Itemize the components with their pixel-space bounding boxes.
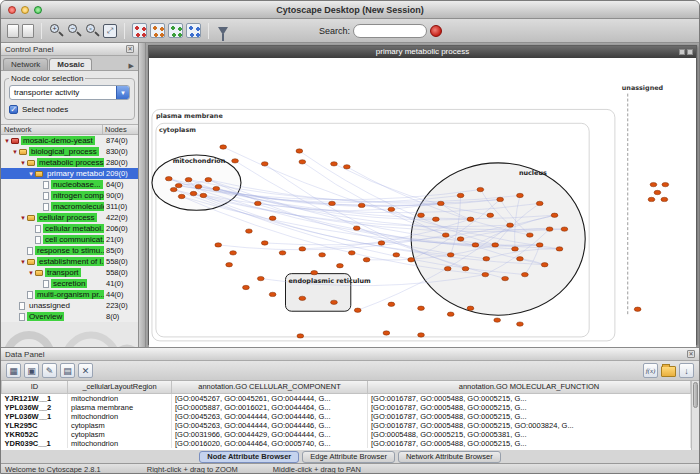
network-node[interactable] xyxy=(457,237,464,241)
network-node[interactable] xyxy=(507,223,514,227)
network-node[interactable] xyxy=(437,201,444,205)
attribute-batch-icon[interactable]: ▤ xyxy=(60,363,75,378)
network-node[interactable] xyxy=(541,263,548,267)
network-node[interactable] xyxy=(393,253,400,257)
network-node[interactable] xyxy=(297,334,304,338)
tree-row[interactable]: nitrogen compou...90(0) xyxy=(1,190,138,201)
network-node[interactable] xyxy=(467,217,474,221)
network-node[interactable] xyxy=(497,197,504,201)
network-node[interactable] xyxy=(482,272,489,276)
filter-icon[interactable] xyxy=(218,27,228,35)
network-node[interactable] xyxy=(662,182,669,186)
destroy-network-view-icon[interactable] xyxy=(150,23,165,38)
network-node[interactable] xyxy=(165,176,172,180)
tree-row[interactable]: response to stimu...85(0) xyxy=(1,245,138,256)
column-header[interactable]: annotation.GO CELLULAR_COMPONENT xyxy=(172,381,368,393)
network-node[interactable] xyxy=(220,145,227,149)
network-node[interactable] xyxy=(331,300,338,304)
network-node[interactable] xyxy=(215,243,222,247)
network-node[interactable] xyxy=(502,276,509,280)
tree-row[interactable]: secretion41(0) xyxy=(1,278,138,289)
network-node[interactable] xyxy=(200,193,207,197)
tab-scroll-right-icon[interactable]: ▶ xyxy=(127,62,136,70)
network-node[interactable] xyxy=(388,302,395,306)
network-node[interactable] xyxy=(170,187,177,191)
network-node[interactable] xyxy=(522,272,529,276)
network-node[interactable] xyxy=(388,207,395,211)
expander-icon[interactable]: ▼ xyxy=(19,258,27,266)
network-node[interactable] xyxy=(517,322,524,326)
network-node[interactable] xyxy=(444,267,451,271)
network-node[interactable] xyxy=(319,253,326,257)
select-nodes-row[interactable]: ✓ Select nodes xyxy=(9,105,130,114)
network-node[interactable] xyxy=(353,226,360,230)
network-node[interactable] xyxy=(331,162,338,166)
network-node[interactable] xyxy=(279,251,286,255)
expander-icon[interactable]: ▼ xyxy=(3,137,11,145)
network-node[interactable] xyxy=(269,292,276,296)
network-node[interactable] xyxy=(487,213,494,217)
network-node[interactable] xyxy=(472,243,479,247)
save-session-icon[interactable] xyxy=(22,24,34,38)
formula-builder-icon[interactable]: f(x) xyxy=(643,363,658,378)
network-node[interactable] xyxy=(561,227,568,231)
tree-row[interactable]: unassigned223(0) xyxy=(1,300,138,311)
network-node[interactable] xyxy=(462,267,469,271)
network-node[interactable] xyxy=(246,229,253,233)
search-input[interactable] xyxy=(353,24,427,38)
float-data-panel-icon[interactable]: ✕ xyxy=(687,350,695,358)
network-node[interactable] xyxy=(213,186,220,190)
network-node[interactable] xyxy=(457,193,464,197)
network-overview-icon[interactable] xyxy=(186,23,201,38)
tab-network[interactable]: Network xyxy=(3,58,48,70)
network-node[interactable] xyxy=(226,263,233,267)
network-node[interactable] xyxy=(492,243,499,247)
network-node[interactable] xyxy=(483,257,490,261)
delete-attribute-icon[interactable]: ✕ xyxy=(78,363,93,378)
network-node[interactable] xyxy=(232,159,239,163)
network-node[interactable] xyxy=(269,216,276,220)
network-node[interactable] xyxy=(477,187,484,191)
network-node[interactable] xyxy=(418,306,425,310)
tree-row[interactable]: ▼mosaic-demo-yeast874(0) xyxy=(1,135,138,146)
zoom-selected-icon[interactable]: ▫ xyxy=(85,23,100,38)
network-node[interactable] xyxy=(363,258,370,262)
network-node[interactable] xyxy=(257,276,264,280)
network-node[interactable] xyxy=(383,331,390,335)
tree-row[interactable]: ▼biological_process830(0) xyxy=(1,146,138,157)
titlebar[interactable]: Cytoscape Desktop (New Session) xyxy=(1,1,699,19)
network-node[interactable] xyxy=(546,227,553,231)
network-node[interactable] xyxy=(536,243,543,247)
network-node[interactable] xyxy=(185,177,192,181)
network-node[interactable] xyxy=(311,270,318,274)
tree-row[interactable]: cell communicat...21(0) xyxy=(1,234,138,245)
network-node[interactable] xyxy=(296,149,303,153)
network-node[interactable] xyxy=(512,247,519,251)
tree-row[interactable]: cellular metabol...206(0) xyxy=(1,223,138,234)
network-node[interactable] xyxy=(337,264,344,268)
network-node[interactable] xyxy=(408,258,415,262)
network-node[interactable] xyxy=(432,217,439,221)
table-row[interactable]: YPL036W__1mitochondrion[GO:0045263, GO:0… xyxy=(2,412,691,421)
network-node[interactable] xyxy=(254,201,261,205)
network-node[interactable] xyxy=(195,184,202,188)
tree-row[interactable]: ▼cellular process422(0) xyxy=(1,212,138,223)
panel-splitter[interactable] xyxy=(139,43,146,347)
table-row[interactable]: YDR039C__1mitochondrion[GO:0016020, GO:0… xyxy=(2,439,691,448)
create-network-view-icon[interactable] xyxy=(132,23,147,38)
network-frame-titlebar[interactable]: primary metabolic process xyxy=(149,46,696,58)
network-node[interactable] xyxy=(299,160,306,164)
network-node[interactable] xyxy=(517,193,524,197)
tree-row[interactable]: nucleobase...64(0) xyxy=(1,179,138,190)
network-node[interactable] xyxy=(175,183,182,187)
expander-icon[interactable]: ▼ xyxy=(27,170,35,178)
table-row[interactable]: YPL036W__2plasma membrane[GO:0005887, GO… xyxy=(2,403,691,412)
tree-row[interactable]: ▼metabolic process280(0) xyxy=(1,157,138,168)
network-node[interactable] xyxy=(654,190,661,194)
tree-row[interactable]: ▼establishment of l...558(0) xyxy=(1,256,138,267)
network-node[interactable] xyxy=(447,312,454,316)
create-attribute-icon[interactable]: ▣ xyxy=(24,363,39,378)
network-node[interactable] xyxy=(494,318,501,322)
tree-column-network[interactable]: Network xyxy=(1,125,102,134)
edit-attribute-icon[interactable]: ✎ xyxy=(42,363,57,378)
